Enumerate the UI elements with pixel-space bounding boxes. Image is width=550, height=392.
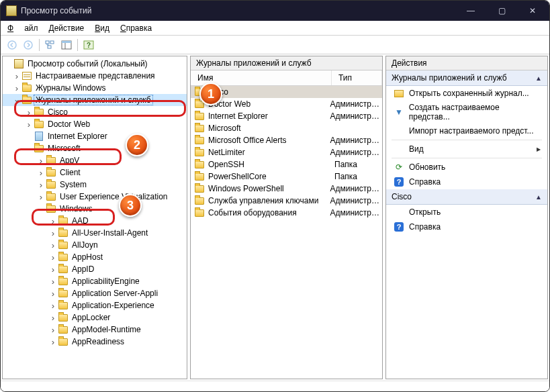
tree-appreadiness[interactable]: AppReadiness [3,336,187,348]
menu-file[interactable]: Файл [3,22,42,34]
folder-icon [195,137,204,144]
list-row[interactable]: Doctor WebАдминистр… [191,98,382,110]
folder-icon [195,185,204,193]
list-column-header: Имя Тип [191,70,382,86]
action-help[interactable]: ? Справка [386,175,547,189]
close-button[interactable]: ✕ [517,1,548,21]
tree-appmodelruntime[interactable]: AppModel-Runtime [3,324,187,336]
list-rows: CiscoDoctor WebАдминистр…Internet Explor… [191,86,382,219]
list-row[interactable]: Microsoft [191,122,382,134]
folder-icon [195,125,204,132]
list-row[interactable]: Служба управления ключамиАдминистр… [191,195,382,207]
toolbar-tree-button[interactable] [43,38,58,52]
tree-cisco[interactable]: Cisco [3,106,187,118]
help-icon: ? [394,177,404,187]
actions-pane: Действия Журналы приложений и служб ▲ От… [385,56,548,379]
folder-icon [195,89,204,96]
tree-alluserinstall[interactable]: All-User-Install-Agent [3,227,187,239]
tree-appexperience[interactable]: Application-Experience [3,299,187,311]
refresh-icon: ⟳ [393,162,405,173]
expand-icon[interactable] [12,71,21,81]
folder-icon [195,197,204,205]
folder-icon [195,101,204,108]
col-type[interactable]: Тип [332,70,382,85]
svg-rect-4 [48,46,51,48]
toolbar-separator [39,39,40,51]
tree-custom-views[interactable]: Настраиваемые представления [3,70,187,82]
tree-applocker[interactable]: AppLocker [3,311,187,324]
tree-appid[interactable]: AppID [3,263,187,275]
menu-action[interactable]: Действие [45,22,89,34]
action-create-custom-view[interactable]: ▼ Создать настраиваемое представ... [386,101,547,124]
folder-icon [195,209,204,217]
tree-app-services[interactable]: Журналы приложений и служб [3,94,187,106]
action-open[interactable]: Открыть [386,205,547,219]
tree-ie[interactable]: Internet Explorer [3,130,187,142]
list-row[interactable]: Windows PowerShellАдминистр… [191,183,382,195]
list-body[interactable]: Имя Тип CiscoDoctor WebАдминистр…Interne… [191,70,382,379]
actions-body: Журналы приложений и служб ▲ Открыть сох… [386,70,547,379]
list-row[interactable]: Microsoft Office AlertsАдминистр… [191,134,382,146]
folder-icon [195,149,204,156]
collapse-icon[interactable] [12,95,21,105]
tree-windows-logs[interactable]: Журналы Windows [3,82,187,94]
maximize-button[interactable]: ▢ [486,1,517,21]
menubar: Файл Действие Вид Справка [1,21,549,36]
tree-microsoft[interactable]: Microsoft [3,142,187,154]
list-row[interactable]: Internet ExplorerАдминистр… [191,110,382,122]
tree-apphost[interactable]: AppHost [3,251,187,263]
tree-client[interactable]: Client [3,166,187,179]
collapse-icon[interactable]: ▲ [535,75,542,82]
tree-body[interactable]: Просмотр событий (Локальный) Настраиваем… [3,56,187,379]
tree-alljoyn[interactable]: AllJoyn [3,239,187,251]
toolbar-separator [77,39,78,51]
toolbar-help-button[interactable]: ? [81,38,96,52]
action-import-custom-view[interactable]: Импорт настраиваемого предст... [386,124,547,138]
folder-icon [22,97,32,104]
tree-doctorweb[interactable]: Doctor Web [3,118,187,130]
content-area: Просмотр событий (Локальный) Настраиваем… [1,54,549,381]
action-view[interactable]: Вид [386,142,547,156]
tree-root[interactable]: Просмотр событий (Локальный) [3,58,187,70]
list-row[interactable]: События оборудованияАдминистр… [191,207,382,219]
nav-back-button[interactable] [5,38,19,52]
titlebar: Просмотр событий — ▢ ✕ [1,1,549,21]
nav-forward-button[interactable] [21,38,36,52]
col-name[interactable]: Имя [191,70,332,85]
list-row[interactable]: Cisco [191,86,382,98]
tree-aad[interactable]: AAD [3,215,187,227]
action-refresh[interactable]: ⟳ Обновить [386,160,547,175]
expand-icon[interactable] [12,83,21,93]
menu-help[interactable]: Справка [116,22,156,34]
action-open-saved-log[interactable]: Открыть сохраненный журнал... [386,86,547,101]
folder-icon [22,85,32,92]
tree-uev[interactable]: User Experience Virtualization [3,191,187,203]
minimize-button[interactable]: — [455,1,486,21]
window-title: Просмотр событий [21,6,455,15]
svg-point-1 [24,41,32,49]
app-icon [6,5,17,16]
actions-group-app-services[interactable]: Журналы приложений и служб ▲ [386,70,547,86]
svg-rect-6 [62,41,71,43]
collapse-icon[interactable]: ▲ [535,193,542,201]
list-row[interactable]: PowerShellCoreПапка [191,170,382,183]
actions-header: Действия [386,56,547,70]
svg-rect-2 [46,41,49,44]
list-row[interactable]: OpenSSHПапка [191,158,382,170]
toolbar: ? [1,36,549,54]
tree-appv[interactable]: AppV [3,154,187,166]
tree-appserverapp[interactable]: Application Server-Appli [3,287,187,299]
list-pane-header: Журналы приложений и служб [191,56,382,70]
action-help2[interactable]: ? Справка [386,219,547,234]
list-row[interactable]: NetLimiterАдминистр… [191,146,382,158]
tree-system[interactable]: System [3,179,187,191]
folder-icon [195,173,204,181]
tree-windows[interactable]: Windows [3,203,187,215]
actions-group-cisco[interactable]: Cisco ▲ [386,189,547,205]
tree-applicabilityengine[interactable]: ApplicabilityEngine [3,275,187,287]
views-icon [22,72,32,80]
menu-view[interactable]: Вид [91,22,113,34]
svg-point-0 [8,41,16,49]
svg-text:?: ? [87,42,91,49]
toolbar-panel-button[interactable] [59,38,74,52]
